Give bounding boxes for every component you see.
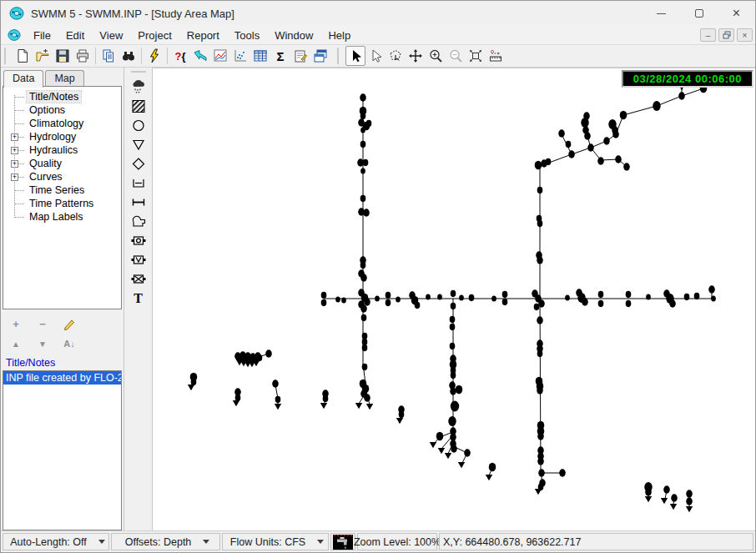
profile-plot-button[interactable] [190,46,210,66]
tree-item-quality[interactable]: +Quality [3,157,121,170]
study-area-map[interactable]: 03/28/2024 00:06:00 [153,68,755,530]
zoom-level-panel: Zoom Level: 100% [357,533,437,550]
add-conduit-button[interactable] [128,193,149,212]
menu-project[interactable]: Project [130,28,179,43]
menu-report[interactable]: Report [179,28,227,43]
orifice-icon [130,233,147,249]
mdi-restore-icon [723,31,731,39]
select-vertex-button[interactable] [365,46,386,66]
mdi-close-icon: × [743,31,748,40]
tree-item-options[interactable]: Options [3,103,121,117]
add-pump-button[interactable] [128,212,149,231]
window-title: SWMM 5 - SWMM.INP - [Study Area Map] [31,8,234,20]
section-label: Title/Notes [6,357,122,369]
table-button[interactable] [250,46,270,66]
select-region-icon [388,48,403,63]
minimize-button[interactable] [643,1,680,26]
expand-icon[interactable]: + [11,147,18,154]
print-button[interactable] [73,46,93,66]
add-raingage-button[interactable] [128,78,149,97]
edit-object-button[interactable] [61,316,78,331]
expand-icon[interactable]: + [11,133,18,141]
timeseries-plot-button[interactable] [210,46,230,66]
add-storage-button[interactable] [128,173,149,193]
zoom-in-button[interactable] [426,46,446,66]
save-icon [55,48,70,63]
simulation-datetime: 03/28/2024 00:06:00 [622,70,753,88]
tree-item-hydrology[interactable]: +Hydrology [3,130,121,143]
new-file-icon [15,48,30,63]
menu-tools[interactable]: Tools [227,28,267,43]
open-file-button[interactable] [33,46,53,66]
sort-button[interactable]: A↓ [61,336,78,351]
add-subcatchment-button[interactable] [128,97,149,116]
expand-icon[interactable]: + [11,160,18,168]
move-up-button[interactable]: ▲ [8,336,24,351]
tree-item-hydraulics[interactable]: +Hydraulics [3,143,121,157]
edit-pencil-icon [63,317,76,330]
move-down-button[interactable]: ▼ [34,336,51,351]
menu-help[interactable]: Help [320,28,358,43]
pan-icon [408,48,423,63]
menu-window[interactable]: Window [267,28,320,43]
scatter-plot-button[interactable] [230,46,250,66]
measure-button[interactable] [486,46,506,66]
add-orifice-button[interactable] [128,231,149,250]
delete-object-button[interactable]: − [34,316,51,331]
tree-item-time-series[interactable]: Time Series [3,183,121,197]
tab-data[interactable]: Data [3,70,43,88]
full-extent-button[interactable] [466,46,486,66]
close-button[interactable]: × [718,1,755,26]
zoom-out-button[interactable] [446,46,466,66]
divider-icon [130,156,147,172]
expand-icon[interactable]: + [11,173,18,181]
query-button[interactable]: ?{ [170,46,190,66]
menu-view[interactable]: View [92,28,130,43]
add-object-button[interactable]: + [8,316,24,331]
save-button[interactable] [53,46,73,66]
object-buttons: + − [8,314,122,333]
add-divider-button[interactable] [128,154,149,173]
select-arrow-icon [348,48,363,63]
tree-item-time-patterns[interactable]: Time Patterns [3,197,121,210]
menu-file[interactable]: File [26,28,58,43]
pan-button[interactable] [406,46,426,66]
add-junction-button[interactable] [128,116,149,135]
cascade-windows-button[interactable] [310,46,330,66]
tab-map[interactable]: Map [45,70,83,87]
run-simulation-button[interactable] [144,46,164,66]
chevron-down-icon [317,540,324,544]
copy-icon [101,48,116,63]
add-label-button[interactable]: T [128,289,149,308]
menu-bar: File Edit View Project Report Tools Wind… [1,26,755,45]
zoom-in-icon [428,48,443,63]
copy-button[interactable] [98,46,118,66]
list-item-selected[interactable]: INP file created by FLO-2D [3,371,121,385]
statistics-button[interactable]: Σ [270,46,290,66]
tree-item-climatology[interactable]: Climatology [3,117,121,130]
menu-edit[interactable]: Edit [58,28,92,43]
select-region-button[interactable] [386,46,406,66]
subcatchment-icon [130,98,147,114]
find-button[interactable] [118,46,139,66]
mdi-restore-button[interactable] [718,28,734,42]
vertex-arrow-icon [368,48,383,63]
zoom-out-icon [448,48,463,63]
tree-item-map-labels[interactable]: Map Labels [3,210,121,224]
network-svg[interactable] [153,68,755,530]
auto-length-dropdown[interactable]: Auto-Length: Off [3,533,109,550]
add-outlet-button[interactable] [128,269,149,289]
maximize-button[interactable] [680,1,718,26]
new-file-button[interactable] [13,46,33,66]
measure-ruler-icon [488,48,503,63]
mdi-close-button[interactable]: × [737,28,753,42]
add-outfall-button[interactable] [128,135,149,154]
add-weir-button[interactable] [128,250,149,269]
tree-item-curves[interactable]: +Curves [3,170,121,183]
flow-units-dropdown[interactable]: Flow Units: CFS [222,533,329,550]
options-button[interactable] [290,46,310,66]
select-object-button[interactable] [345,46,365,66]
mdi-minimize-button[interactable]: – [700,28,716,42]
tree-item-title-notes[interactable]: Title/Notes [3,90,121,103]
offsets-dropdown[interactable]: Offsets: Depth [111,533,220,550]
